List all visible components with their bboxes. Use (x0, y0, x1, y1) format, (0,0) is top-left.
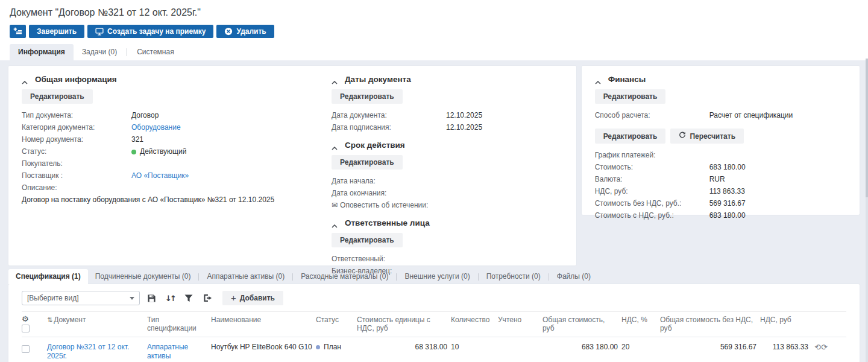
view-select-value: [Выберите вид] (27, 294, 79, 302)
currency-label: Валюта: (595, 173, 709, 185)
tab-hardware-assets[interactable]: Аппаратные активы (0) (200, 269, 292, 284)
specification-toolbar: [Выберите вид] ↓↑ (22, 291, 846, 305)
doc-date-label: Дата документа: (332, 109, 446, 121)
col-vat-rub[interactable]: НДС, руб (760, 316, 808, 324)
edit-payments-button[interactable]: Редактировать (595, 129, 666, 144)
finish-button-label: Завершить (37, 27, 77, 36)
supplier-label: Поставщик : (22, 170, 131, 182)
add-record-icon (13, 27, 22, 36)
gear-icon[interactable]: ⚙ (22, 316, 43, 323)
row-spec-type-link[interactable]: Аппаратные активы (147, 343, 207, 361)
edit-dates-button[interactable]: Редактировать (332, 89, 403, 104)
col-quantity[interactable]: Количество (451, 316, 494, 324)
doc-number-label: Номер документа: (22, 133, 131, 145)
export-button[interactable] (200, 291, 215, 305)
tab-subordinate-documents[interactable]: Подчиненные документы (0) (88, 269, 198, 284)
edit-responsible-button[interactable]: Редактировать (332, 233, 403, 247)
vat-label: НДС, руб: (595, 185, 709, 197)
refresh-icon (679, 132, 686, 141)
filter-button[interactable] (181, 291, 196, 305)
tab-external-services[interactable]: Внешние услуги (0) (397, 269, 477, 284)
add-row-button[interactable]: + Добавить (222, 291, 283, 305)
delete-button-label: Удалить (236, 27, 266, 36)
col-accounted[interactable]: Учтено (498, 316, 539, 324)
edit-validity-button[interactable]: Редактировать (332, 155, 403, 170)
view-select[interactable]: [Выберите вид] (22, 291, 140, 305)
specification-table-header: ⚙ ⇅Документ Тип спецификации Наименовани… (22, 311, 846, 337)
col-status[interactable]: Статус (316, 316, 353, 324)
tab-information[interactable]: Информация (10, 44, 74, 60)
general-section-title: Общая информация (35, 75, 117, 84)
monitor-icon (95, 28, 104, 36)
notify-expiry-label: ✉Оповестить об истечении: (332, 199, 446, 211)
edit-finance-button[interactable]: Редактировать (595, 89, 666, 104)
doc-number-value: 321 (131, 133, 143, 145)
sync-icon[interactable]: ⟲⟳ (814, 343, 828, 352)
main-info-card: Общая информация Редактировать Тип докум… (8, 66, 576, 265)
col-document[interactable]: ⇅Документ (47, 316, 143, 325)
edit-general-button[interactable]: Редактировать (22, 89, 93, 104)
category-value-link[interactable]: Оборудование (131, 121, 181, 133)
vat-value: 113 863.33 (709, 185, 745, 197)
collapse-dates-icon[interactable] (332, 78, 338, 81)
tab-files[interactable]: Файлы (0) (550, 269, 598, 284)
start-date-label: Дата начала: (332, 175, 446, 187)
save-icon (147, 294, 156, 303)
tab-tasks[interactable]: Задачи (0) (74, 44, 125, 60)
tab-needs[interactable]: Потребности (0) (479, 269, 548, 284)
row-status-dot-icon (316, 345, 320, 349)
sort-button[interactable]: ↓↑ (163, 291, 177, 305)
create-acceptance-task-label: Создать задачу на приемку (107, 27, 206, 36)
row-checkbox[interactable] (22, 345, 30, 353)
collapse-validity-icon[interactable] (332, 144, 338, 147)
collapse-responsible-icon[interactable] (332, 221, 338, 225)
row-total-no-vat: 569 316.67 (660, 343, 756, 352)
col-name[interactable]: Наименование (211, 316, 312, 324)
select-all-checkbox[interactable] (22, 325, 30, 332)
collapse-finance-icon[interactable] (595, 78, 601, 81)
tab-separator (292, 273, 293, 281)
scrollbar-thumb[interactable] (866, 59, 868, 197)
col-spec-type[interactable]: Тип спецификации (147, 316, 207, 332)
cost-label: Стоимость: (595, 161, 709, 173)
supplier-value-link[interactable]: АО «Поставщик» (131, 170, 189, 182)
tab-separator (127, 48, 127, 56)
tab-consumables[interactable]: Расходные материалы (0) (294, 269, 395, 284)
col-unit-cost[interactable]: Стоимость единицы с НДС, руб (357, 316, 447, 332)
row-document-link[interactable]: Договор №321 от 12 окт. 2025г. (47, 343, 143, 361)
save-view-button[interactable] (144, 291, 159, 305)
sign-date-label: Дата подписания: (332, 121, 446, 133)
action-bar: Завершить Создать задачу на приемку Удал… (10, 25, 858, 38)
col-total-cost[interactable]: Общая стоимость, руб (542, 316, 618, 332)
doc-type-label: Тип документа: (22, 109, 131, 121)
tab-system[interactable]: Системная (128, 44, 182, 60)
content-area: Общая информация Редактировать Тип докум… (0, 60, 868, 362)
tab-separator (198, 273, 199, 281)
tab-separator (549, 273, 549, 281)
row-unit-cost: 68 318.00 (357, 343, 447, 352)
tab-separator (396, 273, 397, 281)
delete-button[interactable]: Удалить (216, 25, 274, 38)
col-vat-pct[interactable]: НДС, % (621, 316, 656, 324)
add-row-label: Добавить (240, 294, 275, 302)
cost-no-vat-value: 569 316.67 (709, 197, 746, 209)
tab-specification[interactable]: Спецификация (1) (8, 269, 88, 284)
collapse-general-icon[interactable] (22, 78, 28, 81)
add-record-button[interactable] (10, 25, 26, 38)
col-total-no-vat[interactable]: Общая стоимость без НДС, руб (660, 316, 756, 332)
validity-section-title: Срок действия (345, 141, 405, 150)
status-label: Статус: (22, 145, 131, 157)
buyer-label: Покупатель: (22, 157, 131, 170)
recalculate-button[interactable]: Пересчитать (670, 129, 744, 144)
page-title: Документ "Договор №321 от 12 окт. 2025г.… (10, 7, 858, 18)
chevron-down-icon (130, 297, 134, 300)
export-icon (203, 294, 212, 302)
row-vat-pct: 20 (621, 343, 656, 352)
table-row: Договор №321 от 12 окт. 2025г. Аппаратны… (22, 337, 846, 362)
create-acceptance-task-button[interactable]: Создать задачу на приемку (87, 25, 213, 38)
scrollbar[interactable] (866, 59, 868, 362)
specification-card: [Выберите вид] ↓↑ (8, 284, 860, 362)
cost-with-vat-label: Стоимость с НДС, руб.: (595, 209, 709, 221)
finish-button[interactable]: Завершить (29, 25, 84, 38)
tab-separator (478, 273, 479, 281)
